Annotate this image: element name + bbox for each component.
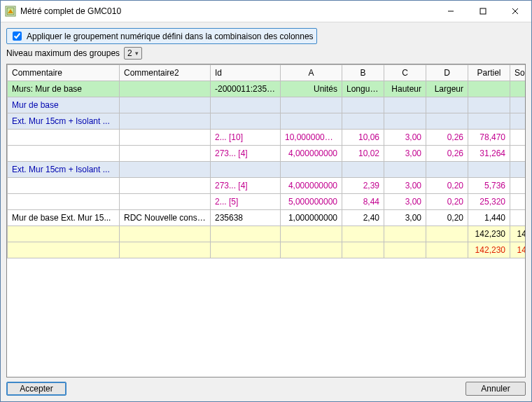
- cell-comment[interactable]: Mur de base: [8, 97, 120, 113]
- close-button[interactable]: [499, 1, 531, 22]
- cell-comment[interactable]: [8, 242, 120, 258]
- cell-c[interactable]: 3,00: [384, 178, 426, 194]
- minimize-button[interactable]: [435, 1, 467, 22]
- table-row[interactable]: Murs: Mur de base-2000011:235565...Unité…: [8, 81, 526, 97]
- col-b[interactable]: B: [342, 65, 384, 81]
- cell-comment[interactable]: [8, 226, 120, 242]
- cell-comment2[interactable]: [120, 113, 211, 130]
- cell-subtotal[interactable]: [510, 162, 526, 178]
- cell-d[interactable]: 0,26: [426, 130, 468, 146]
- cell-c[interactable]: [384, 242, 426, 258]
- cell-b[interactable]: Longueur: [342, 81, 384, 97]
- cell-subtotal[interactable]: [510, 194, 526, 210]
- cell-b[interactable]: [342, 226, 384, 242]
- cell-a[interactable]: [281, 97, 342, 113]
- cell-c[interactable]: [384, 97, 426, 113]
- cell-comment[interactable]: [8, 130, 120, 146]
- cell-c[interactable]: 3,00: [384, 146, 426, 162]
- cell-partiel[interactable]: 142,230: [468, 226, 510, 242]
- cell-comment[interactable]: [8, 194, 120, 210]
- cell-c[interactable]: 3,00: [384, 210, 426, 226]
- cell-a[interactable]: [281, 226, 342, 242]
- cell-b[interactable]: 2,39: [342, 178, 384, 194]
- table-row[interactable]: 273... [4]4,00000000010,023,000,2631,264: [8, 146, 526, 162]
- table-row[interactable]: 273... [4]4,0000000002,393,000,205,736: [8, 178, 526, 194]
- cell-id[interactable]: 273... [4]: [211, 178, 281, 194]
- cell-a[interactable]: 5,000000000: [281, 194, 342, 210]
- cell-d[interactable]: 0,20: [426, 178, 468, 194]
- apply-grouping-input[interactable]: [13, 32, 22, 41]
- cell-id[interactable]: -2000011:235565...: [211, 81, 281, 97]
- table-row[interactable]: 2... [5]5,0000000008,443,000,2025,320: [8, 194, 526, 210]
- cell-b[interactable]: 10,02: [342, 146, 384, 162]
- cell-c[interactable]: 3,00: [384, 194, 426, 210]
- accept-button[interactable]: Accepter: [6, 382, 66, 396]
- cell-subtotal[interactable]: 142,230: [510, 242, 526, 258]
- cell-c[interactable]: [384, 162, 426, 178]
- cell-a[interactable]: [281, 242, 342, 258]
- cell-id[interactable]: 2... [10]: [211, 130, 281, 146]
- cell-d[interactable]: [426, 97, 468, 113]
- table-row[interactable]: 142,230142,230: [8, 226, 526, 242]
- cell-partiel[interactable]: [468, 97, 510, 113]
- cell-d[interactable]: 0,26: [426, 146, 468, 162]
- cell-comment2[interactable]: [120, 178, 211, 194]
- cell-comment[interactable]: Ext. Mur 15cm + Isolant ...: [8, 162, 120, 178]
- maximize-button[interactable]: [467, 1, 499, 22]
- cell-d[interactable]: Largeur: [426, 81, 468, 97]
- cell-a[interactable]: 1,000000000: [281, 210, 342, 226]
- cell-b[interactable]: 10,06: [342, 130, 384, 146]
- cell-subtotal[interactable]: [510, 113, 526, 130]
- cell-c[interactable]: 3,00: [384, 130, 426, 146]
- cell-comment2[interactable]: [120, 226, 211, 242]
- cell-id[interactable]: [211, 162, 281, 178]
- cell-d[interactable]: 0,20: [426, 210, 468, 226]
- col-partiel[interactable]: Partiel: [468, 65, 510, 81]
- cell-partiel[interactable]: [468, 81, 510, 97]
- table-row[interactable]: 2... [10]10,00000000010,063,000,2678,470: [8, 130, 526, 146]
- cell-d[interactable]: [426, 226, 468, 242]
- table-row[interactable]: Mur de base: [8, 97, 526, 113]
- cell-c[interactable]: Hauteur: [384, 81, 426, 97]
- cell-comment2[interactable]: [120, 130, 211, 146]
- cell-comment[interactable]: [8, 146, 120, 162]
- cell-id[interactable]: 235638: [211, 210, 281, 226]
- cell-partiel[interactable]: 142,230: [468, 242, 510, 258]
- cell-comment2[interactable]: [120, 81, 211, 97]
- cell-d[interactable]: 0,20: [426, 194, 468, 210]
- cell-a[interactable]: [281, 162, 342, 178]
- col-comment2[interactable]: Commentaire2: [120, 65, 211, 81]
- cell-id[interactable]: [211, 97, 281, 113]
- col-c[interactable]: C: [384, 65, 426, 81]
- table-row[interactable]: Ext. Mur 15cm + Isolant ...: [8, 162, 526, 178]
- cell-comment2[interactable]: [120, 162, 211, 178]
- cell-subtotal[interactable]: [510, 210, 526, 226]
- cell-comment2[interactable]: [120, 97, 211, 113]
- cell-comment[interactable]: Murs: Mur de base: [8, 81, 120, 97]
- cell-id[interactable]: 2... [5]: [211, 194, 281, 210]
- cell-subtotal[interactable]: [510, 130, 526, 146]
- cell-d[interactable]: [426, 242, 468, 258]
- cell-id[interactable]: 273... [4]: [211, 146, 281, 162]
- cell-subtotal[interactable]: [510, 97, 526, 113]
- table-row[interactable]: Mur de base Ext. Mur 15...RDC Nouvelle c…: [8, 210, 526, 226]
- apply-grouping-checkbox[interactable]: Appliquer le groupement numérique défini…: [6, 28, 317, 44]
- cell-partiel[interactable]: 5,736: [468, 178, 510, 194]
- cell-a[interactable]: [281, 113, 342, 130]
- table-row[interactable]: 142,230142,230: [8, 242, 526, 258]
- level-select[interactable]: 2 ▾: [124, 47, 142, 60]
- cell-id[interactable]: [211, 242, 281, 258]
- cell-b[interactable]: 8,44: [342, 194, 384, 210]
- cell-id[interactable]: [211, 113, 281, 130]
- cell-b[interactable]: [342, 97, 384, 113]
- col-comment[interactable]: Commentaire: [8, 65, 120, 81]
- cell-c[interactable]: [384, 226, 426, 242]
- col-id[interactable]: Id: [211, 65, 281, 81]
- cell-d[interactable]: [426, 162, 468, 178]
- cell-a[interactable]: 4,000000000: [281, 146, 342, 162]
- cell-b[interactable]: 2,40: [342, 210, 384, 226]
- cell-comment2[interactable]: RDC Nouvelle constructi...: [120, 210, 211, 226]
- cell-partiel[interactable]: 31,264: [468, 146, 510, 162]
- cell-d[interactable]: [426, 113, 468, 130]
- col-subtotal[interactable]: Sous-total: [510, 65, 526, 81]
